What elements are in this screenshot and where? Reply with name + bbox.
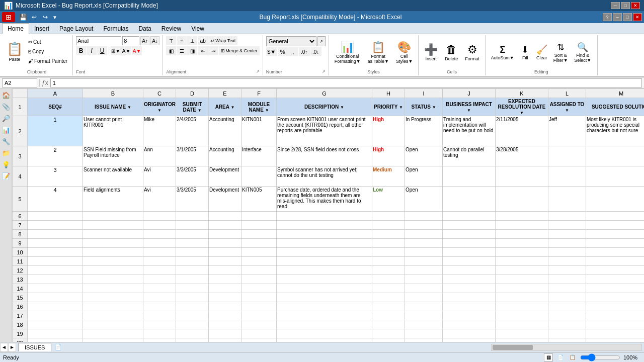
alignment-dialog-launcher[interactable]: ↗ bbox=[256, 69, 260, 74]
format-button[interactable]: ⚙ Format bbox=[462, 37, 482, 67]
cell-i5[interactable]: Open bbox=[405, 187, 443, 212]
bold-button[interactable]: B bbox=[76, 46, 86, 55]
cell-b4[interactable]: Scanner not available bbox=[83, 166, 143, 187]
cell-j1[interactable]: BUSINESS IMPACT ▼ bbox=[443, 98, 496, 116]
format-painter-button[interactable]: 🖌 Format Painter bbox=[26, 56, 69, 65]
cell-l3[interactable] bbox=[548, 146, 586, 166]
cell-f2[interactable]: KITN001 bbox=[242, 116, 277, 146]
cell-e4[interactable]: Development bbox=[209, 166, 242, 187]
cell-a3[interactable]: 2 bbox=[28, 146, 83, 166]
cell-k5[interactable] bbox=[496, 187, 548, 212]
cell-c2[interactable]: Mike bbox=[143, 116, 176, 146]
borders-button[interactable]: ⊞▼ bbox=[111, 46, 121, 55]
sidebar-icon-2[interactable]: 📎 bbox=[1, 101, 12, 112]
cell-reference-box[interactable] bbox=[2, 78, 37, 87]
cell-a1[interactable]: SEQ# bbox=[28, 98, 83, 116]
number-format-select[interactable]: General Number Currency Date bbox=[266, 36, 316, 46]
col-header-k[interactable]: K bbox=[496, 89, 548, 98]
cell-j5[interactable] bbox=[443, 187, 496, 212]
col-header-b[interactable]: B bbox=[83, 89, 143, 98]
cell-k2[interactable]: 2/11/2005 bbox=[496, 116, 548, 146]
align-center-button[interactable]: ☰ bbox=[177, 46, 187, 55]
decrease-indent-button[interactable]: ⇤ bbox=[198, 46, 208, 55]
tab-page-layout[interactable]: Page Layout bbox=[54, 24, 98, 34]
format-as-table-button[interactable]: 📋 Formatas Table▼ bbox=[365, 37, 391, 67]
col-header-j[interactable]: J bbox=[443, 89, 496, 98]
merge-center-button[interactable]: ⊞ Merge & Center bbox=[219, 46, 260, 55]
tab-home[interactable]: Home bbox=[2, 23, 29, 34]
cell-b2[interactable]: User cannot print KITR001 bbox=[83, 116, 143, 146]
italic-button[interactable]: I bbox=[87, 46, 97, 55]
cell-i2[interactable]: In Progress bbox=[405, 116, 443, 146]
text-orientation-button[interactable]: ab bbox=[198, 36, 208, 45]
cell-g4[interactable]: Symbol scanner has not arrived yet; cann… bbox=[277, 166, 372, 187]
win-min-button[interactable]: ─ bbox=[613, 13, 622, 21]
col-header-a[interactable]: A bbox=[28, 89, 83, 98]
cell-e1[interactable]: AREA ▼ bbox=[209, 98, 242, 116]
delete-button[interactable]: 🗑 Delete bbox=[442, 37, 460, 67]
cell-f4[interactable] bbox=[242, 166, 277, 187]
page-layout-view-button[interactable]: 📄 bbox=[556, 353, 565, 361]
cell-a4[interactable]: 3 bbox=[28, 166, 83, 187]
tab-formulas[interactable]: Formulas bbox=[98, 24, 133, 34]
cell-c5[interactable]: Avi bbox=[143, 187, 176, 212]
cell-styles-button[interactable]: 🎨 CellStyles▼ bbox=[393, 37, 415, 67]
sheet-nav-left[interactable]: ◄ bbox=[0, 343, 8, 352]
cell-a5[interactable]: 4 bbox=[28, 187, 83, 212]
currency-button[interactable]: $▼ bbox=[266, 47, 277, 56]
save-qa-button[interactable]: 💾 bbox=[18, 13, 28, 22]
redo-button[interactable]: ↪ bbox=[40, 13, 50, 22]
cell-k1[interactable]: EXPECTED RESOLUTION DATE ▼ bbox=[496, 98, 548, 116]
page-break-preview-button[interactable]: 📋 bbox=[568, 353, 577, 361]
cell-g1[interactable]: DESCRIPTION ▼ bbox=[277, 98, 372, 116]
col-header-f[interactable]: F bbox=[242, 89, 277, 98]
help-button[interactable]: ? bbox=[603, 13, 612, 21]
autosum-button[interactable]: Σ AutoSum▼ bbox=[489, 37, 517, 67]
number-dialog-btn[interactable]: ↗ bbox=[317, 36, 326, 46]
tab-insert[interactable]: Insert bbox=[29, 24, 54, 34]
col-header-h[interactable]: H bbox=[372, 89, 405, 98]
cell-d2[interactable]: 2/4/2005 bbox=[176, 116, 209, 146]
cell-e5[interactable]: Development bbox=[209, 187, 242, 212]
align-left-button[interactable]: ◧ bbox=[166, 46, 176, 55]
fill-button[interactable]: ⬇ Fill bbox=[518, 37, 533, 67]
col-header-c[interactable]: C bbox=[143, 89, 176, 98]
cell-m4[interactable] bbox=[586, 166, 645, 187]
cell-j3[interactable]: Cannot do parallel testing bbox=[443, 146, 496, 166]
cell-k4[interactable] bbox=[496, 166, 548, 187]
office-button[interactable]: ⊞ bbox=[2, 12, 15, 22]
comma-button[interactable]: , bbox=[288, 47, 298, 56]
font-size-input[interactable] bbox=[122, 36, 139, 45]
cell-f3[interactable]: Interface bbox=[242, 146, 277, 166]
cell-c1[interactable]: ORIGINATOR ▼ bbox=[143, 98, 176, 116]
tab-review[interactable]: Review bbox=[156, 24, 186, 34]
normal-view-button[interactable]: ▦ bbox=[544, 353, 553, 361]
cell-g3[interactable]: Since 2/28, SSN field does not cross bbox=[277, 146, 372, 166]
cell-a2[interactable]: 1 bbox=[28, 116, 83, 146]
number-dialog-launcher[interactable]: ↗ bbox=[322, 69, 326, 74]
formula-input[interactable] bbox=[50, 78, 642, 87]
col-header-l[interactable]: L bbox=[548, 89, 586, 98]
undo-button[interactable]: ↩ bbox=[29, 13, 39, 22]
cell-d4[interactable]: 3/3/2005 bbox=[176, 166, 209, 187]
increase-font-button[interactable]: A↑ bbox=[140, 36, 149, 45]
cell-m2[interactable]: Most likely KITR001 is producing some sp… bbox=[586, 116, 645, 146]
conditional-formatting-button[interactable]: 📊 ConditionalFormatting▼ bbox=[332, 37, 363, 67]
wrap-text-button[interactable]: ↵ Wrap Text bbox=[208, 36, 237, 45]
col-header-d[interactable]: D bbox=[176, 89, 209, 98]
cell-h1[interactable]: PRIORITY ▼ bbox=[372, 98, 405, 116]
increase-indent-button[interactable]: ⇥ bbox=[208, 46, 218, 55]
underline-button[interactable]: U bbox=[97, 46, 107, 55]
cell-k3[interactable]: 3/28/2005 bbox=[496, 146, 548, 166]
cell-g2[interactable]: From screen KITN001 user cannot print th… bbox=[277, 116, 372, 146]
sheet-tab-issues[interactable]: ISSUES bbox=[18, 343, 51, 351]
tab-data[interactable]: Data bbox=[133, 24, 156, 34]
cell-f1[interactable]: MODULE NAME ▼ bbox=[242, 98, 277, 116]
paste-button[interactable]: 📋 Paste bbox=[4, 36, 25, 66]
cell-i1[interactable]: STATUS ▼ bbox=[405, 98, 443, 116]
clear-button[interactable]: 🧹 Clear bbox=[534, 37, 550, 67]
col-header-m[interactable]: M bbox=[586, 89, 645, 98]
cell-l5[interactable] bbox=[548, 187, 586, 212]
increase-decimal-button[interactable]: .0↑ bbox=[299, 47, 310, 56]
find-select-button[interactable]: 🔍 Find &Select▼ bbox=[572, 37, 594, 67]
